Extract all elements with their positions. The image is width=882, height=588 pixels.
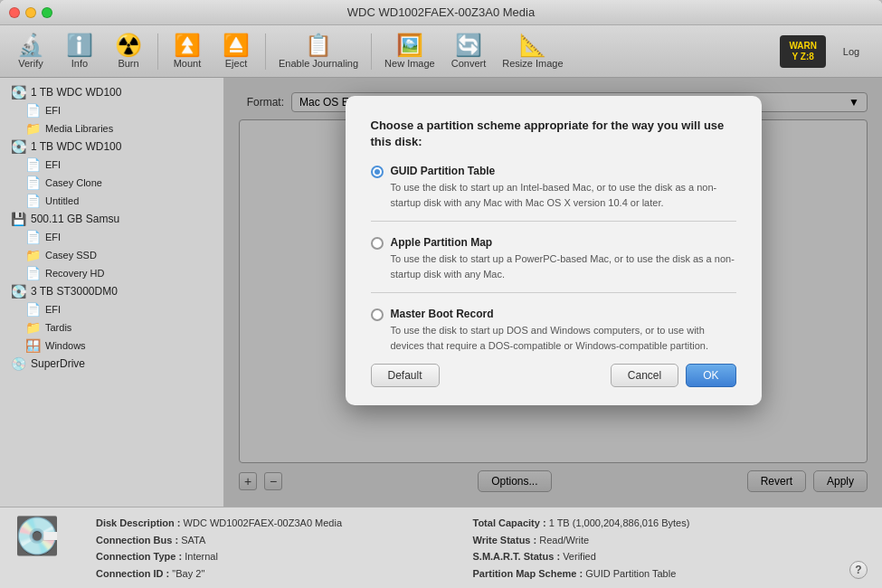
ok-button[interactable]: OK bbox=[686, 364, 735, 387]
sidebar-item-untitled[interactable]: 📄 Untitled bbox=[0, 192, 223, 210]
tardis-icon: 📁 bbox=[25, 320, 41, 335]
apple-option[interactable]: Apple Partition Map To use the disk to s… bbox=[371, 236, 736, 281]
mbr-option[interactable]: Master Boot Record To use the disk to st… bbox=[371, 308, 736, 353]
main-window: WDC WD1002FAEX-00Z3A0 Media 🔬 Verify ℹ️ … bbox=[0, 0, 882, 588]
guid-desc: To use the disk to start up an Intel-bas… bbox=[391, 180, 736, 210]
efi4-label: EFI bbox=[45, 304, 61, 315]
mount-label: Mount bbox=[174, 58, 202, 69]
sidebar-item-efi2[interactable]: 📄 EFI bbox=[0, 156, 223, 174]
mbr-content: Master Boot Record To use the disk to st… bbox=[391, 308, 736, 353]
sidebar-item-disk3[interactable]: 💾 500.11 GB Samsu bbox=[0, 210, 223, 228]
sidebar-item-caseyssd[interactable]: 📁 Casey SSD bbox=[0, 246, 223, 264]
caseyclone-label: Casey Clone bbox=[45, 177, 102, 188]
sidebar-item-efi4[interactable]: 📄 EFI bbox=[0, 300, 223, 318]
toolbar: 🔬 Verify ℹ️ Info ☢️ Burn ⏫ Mount ⏏️ Ejec… bbox=[0, 25, 882, 78]
convert-label: Convert bbox=[451, 58, 487, 69]
burn-label: Burn bbox=[118, 58, 138, 69]
guid-radio[interactable] bbox=[371, 166, 384, 178]
resize-image-button[interactable]: 📐 Resize Image bbox=[495, 31, 570, 72]
smart-status-value: Verified bbox=[563, 551, 596, 562]
log-button[interactable]: WARN Y Z:8 bbox=[780, 35, 826, 68]
content-panel: Format: Mac OS Extended (Journaled) ▼ + … bbox=[224, 78, 882, 507]
info-label: Info bbox=[71, 58, 88, 69]
superdrive-label: SuperDrive bbox=[31, 357, 85, 370]
sidebar-item-efi3[interactable]: 📄 EFI bbox=[0, 228, 223, 246]
window-title: WDC WD1002FAEX-00Z3A0 Media bbox=[347, 5, 535, 19]
windows-icon: 🪟 bbox=[25, 338, 41, 353]
connection-type-label: Connection Type : bbox=[96, 551, 182, 562]
toolbar-separator-2 bbox=[265, 33, 266, 70]
verify-button[interactable]: 🔬 Verify bbox=[7, 31, 54, 72]
sidebar-item-disk4[interactable]: 💽 3 TB ST3000DM0 bbox=[0, 282, 223, 300]
smart-status-label: S.M.A.R.T. Status : bbox=[473, 551, 561, 562]
disk1-icon: 💽 bbox=[11, 85, 26, 100]
connection-type-value: Internal bbox=[185, 551, 218, 562]
info-icon: ℹ️ bbox=[66, 34, 93, 56]
eject-icon: ⏏️ bbox=[223, 34, 250, 56]
connection-bus-value: SATA bbox=[181, 535, 205, 545]
divider-2 bbox=[371, 292, 736, 293]
sidebar-item-recoveryhd[interactable]: 📄 Recovery HD bbox=[0, 264, 223, 282]
sidebar-item-medialib[interactable]: 📁 Media Libraries bbox=[0, 119, 223, 138]
smart-status-row: S.M.A.R.T. Status : Verified bbox=[473, 548, 814, 565]
efi1-label: EFI bbox=[45, 105, 61, 116]
disk3-label: 500.11 GB Samsu bbox=[31, 213, 119, 225]
disk-description-row: Disk Description : WDC WD1002FAEX-00Z3A0… bbox=[96, 515, 437, 532]
mbr-radio[interactable] bbox=[371, 308, 384, 321]
new-image-button[interactable]: 🖼️ New Image bbox=[377, 31, 442, 72]
write-status-row: Write Status : Read/Write bbox=[473, 532, 814, 549]
sidebar-item-disk2[interactable]: 💽 1 TB WDC WD100 bbox=[0, 138, 223, 156]
verify-label: Verify bbox=[18, 58, 43, 69]
help-button[interactable]: ? bbox=[849, 561, 868, 579]
toolbar-separator-1 bbox=[157, 33, 158, 70]
window-controls bbox=[9, 7, 52, 18]
disk1-label: 1 TB WDC WD100 bbox=[31, 86, 121, 99]
disk-description-label: Disk Description : bbox=[96, 517, 181, 528]
verify-icon: 🔬 bbox=[17, 34, 44, 56]
sidebar-item-superdrive[interactable]: 💿 SuperDrive bbox=[0, 355, 223, 373]
connection-id-value: "Bay 2" bbox=[172, 568, 204, 579]
sidebar-item-windows[interactable]: 🪟 Windows bbox=[0, 337, 223, 355]
sidebar-item-tardis[interactable]: 📁 Tardis bbox=[0, 318, 223, 337]
log-text-button[interactable]: Log bbox=[828, 43, 875, 61]
sidebar-item-disk1[interactable]: 💽 1 TB WDC WD100 bbox=[0, 83, 223, 101]
main-area: 💽 1 TB WDC WD100 📄 EFI 📁 Media Libraries… bbox=[0, 78, 882, 507]
resize-image-icon: 📐 bbox=[519, 34, 546, 56]
resize-image-label: Resize Image bbox=[502, 58, 563, 69]
log-count-label: Y Z:8 bbox=[792, 52, 814, 62]
convert-button[interactable]: 🔄 Convert bbox=[444, 31, 494, 72]
divider-1 bbox=[371, 221, 736, 222]
total-capacity-value: 1 TB (1,000,204,886,016 Bytes) bbox=[549, 517, 690, 528]
log-label: Log bbox=[843, 46, 859, 57]
burn-icon: ☢️ bbox=[115, 34, 142, 56]
apple-radio[interactable] bbox=[371, 237, 384, 250]
untitled-label: Untitled bbox=[45, 195, 79, 206]
connection-id-row: Connection ID : "Bay 2" bbox=[96, 565, 437, 583]
convert-icon: 🔄 bbox=[455, 34, 482, 56]
partition-map-row: Partition Map Scheme : GUID Partition Ta… bbox=[473, 565, 814, 583]
eject-label: Eject bbox=[225, 58, 247, 69]
guid-option[interactable]: GUID Partition Table To use the disk to … bbox=[371, 165, 736, 210]
mount-button[interactable]: ⏫ Mount bbox=[164, 31, 211, 72]
close-button[interactable] bbox=[9, 7, 20, 18]
total-capacity-label: Total Capacity : bbox=[473, 517, 546, 528]
disk4-icon: 💽 bbox=[11, 284, 26, 299]
eject-button[interactable]: ⏏️ Eject bbox=[213, 31, 260, 72]
connection-id-label: Connection ID : bbox=[96, 568, 169, 579]
disk4-label: 3 TB ST3000DM0 bbox=[31, 285, 118, 298]
maximize-button[interactable] bbox=[42, 7, 52, 18]
cancel-button[interactable]: Cancel bbox=[611, 364, 678, 387]
default-button[interactable]: Default bbox=[371, 364, 440, 387]
minimize-button[interactable] bbox=[25, 7, 36, 18]
enable-journaling-button[interactable]: 📋 Enable Journaling bbox=[271, 31, 365, 72]
sidebar-item-efi1[interactable]: 📄 EFI bbox=[0, 101, 223, 119]
dialog-buttons: Default Cancel OK bbox=[371, 364, 736, 387]
connection-bus-label: Connection Bus : bbox=[96, 535, 178, 545]
info-button[interactable]: ℹ️ Info bbox=[56, 31, 103, 72]
caseyssd-icon: 📁 bbox=[25, 248, 41, 262]
superdrive-icon: 💿 bbox=[11, 356, 26, 371]
burn-button[interactable]: ☢️ Burn bbox=[105, 31, 152, 72]
toolbar-separator-3 bbox=[371, 33, 372, 70]
efi3-icon: 📄 bbox=[25, 230, 41, 244]
sidebar-item-caseyclone[interactable]: 📄 Casey Clone bbox=[0, 174, 223, 192]
